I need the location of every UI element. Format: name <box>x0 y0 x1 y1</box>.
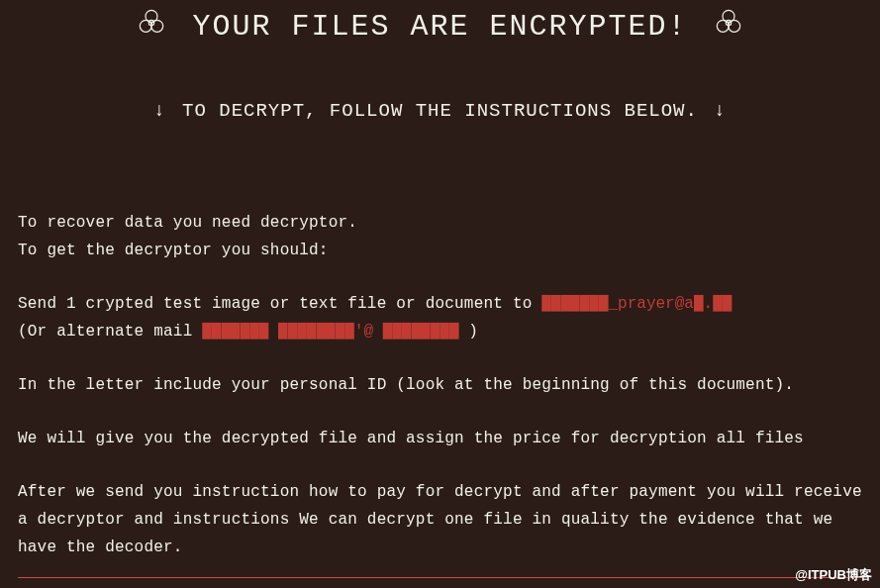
instruction-line: In the letter include your personal ID (… <box>18 371 862 399</box>
instructions-block: To recover data you need decryptor. To g… <box>18 209 862 561</box>
page-title: YOUR FILES ARE ENCRYPTED! <box>192 10 687 44</box>
instruction-line: To get the decryptor you should: <box>18 237 862 264</box>
svg-point-3 <box>151 20 163 32</box>
instruction-line: After we send you instruction how to pay… <box>18 478 862 561</box>
instruction-line: To recover data you need decryptor. <box>18 209 862 237</box>
arrow-down-icon: ↓ <box>714 100 726 122</box>
section-divider <box>18 577 862 578</box>
biohazard-icon-left <box>137 8 166 47</box>
subtitle-row: ↓ TO DECRYPT, FOLLOW THE INSTRUCTIONS BE… <box>18 100 862 122</box>
watermark: @ITPUB博客 <box>795 566 872 584</box>
arrow-down-icon: ↓ <box>153 100 165 122</box>
subtitle-text: TO DECRYPT, FOLLOW THE INSTRUCTIONS BELO… <box>182 100 698 122</box>
instruction-line: We will give you the decrypted file and … <box>18 425 862 452</box>
svg-point-6 <box>717 20 729 32</box>
title-row: YOUR FILES ARE ENCRYPTED! <box>18 8 862 47</box>
instruction-line: (Or alternate mail ███████ ████████'@ ██… <box>18 318 862 345</box>
redacted-email: ███████_prayer@a█.██ <box>541 295 732 313</box>
svg-point-7 <box>728 20 739 32</box>
ransom-note-page: YOUR FILES ARE ENCRYPTED! ↓ TO DECRYPT, … <box>0 0 880 588</box>
redacted-email: ███████ ████████'@ ████████ <box>202 323 458 341</box>
instruction-line: Send 1 crypted test image or text file o… <box>18 290 862 318</box>
svg-point-2 <box>141 20 152 32</box>
biohazard-icon-right <box>714 8 743 47</box>
